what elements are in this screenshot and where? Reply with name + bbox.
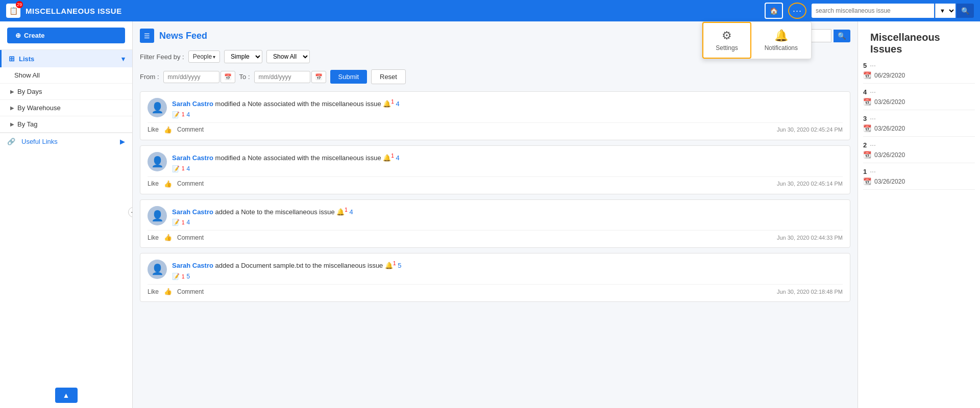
feed-time: Jun 30, 2020 02:45:14 PM [777, 181, 843, 187]
search-button[interactable]: 🔍 [957, 4, 974, 18]
feed-item-header: 👤 Sarah Castro modified a Note associate… [148, 152, 843, 172]
item-number: 1 [863, 168, 867, 175]
right-item: 3 ··· 📆 03/26/2020 [863, 110, 975, 137]
from-calendar-button[interactable]: 📅 [220, 71, 235, 83]
sidebar: ⊕ Create ⊞ Lists ▾ Show All ▶ By Days ▶ … [0, 21, 133, 408]
sidebar-useful-links[interactable]: 🔗 Useful Links ▶ [0, 133, 132, 150]
calendar-icon: 📆 [863, 98, 871, 106]
feed-author[interactable]: Sarah Castro [172, 262, 213, 270]
create-button[interactable]: ⊕ Create [7, 28, 125, 43]
arrow-right-icon: ▶ [10, 121, 14, 127]
feed-link[interactable]: 4 [396, 154, 400, 162]
feed-text: Sarah Castro added a Document sample.txt… [172, 260, 843, 271]
sidebar-collapse-button[interactable]: ◀ [128, 207, 133, 217]
right-item-date: 03/26/2020 [874, 98, 905, 106]
more-options-icon[interactable]: ··· [870, 167, 876, 175]
comment-button[interactable]: Comment [177, 180, 204, 187]
feed-time: Jun 30, 2020 02:45:24 PM [777, 126, 843, 133]
sidebar-lists-header[interactable]: ⊞ Lists ▾ [0, 50, 132, 67]
link-icon: 🔗 [7, 138, 15, 145]
like-button[interactable]: Like [148, 180, 159, 187]
more-options-button[interactable]: ··· [788, 3, 806, 19]
scroll-top-button[interactable]: ▲ [55, 388, 78, 403]
feed-author[interactable]: Sarah Castro [172, 208, 213, 216]
to-date-input[interactable] [254, 71, 310, 83]
right-item: 4 ··· 📆 03/26/2020 [863, 84, 975, 110]
right-item: 5 ··· 📆 06/29/2020 [863, 57, 975, 84]
search-input[interactable] [812, 4, 934, 18]
comment-button[interactable]: Comment [177, 288, 204, 295]
news-feed-search-button[interactable]: 🔍 [834, 30, 850, 42]
home-button[interactable]: 🏠 [765, 3, 783, 19]
feed-meta-link[interactable]: 4 [187, 219, 190, 226]
dots-icon: ··· [793, 6, 802, 16]
comment-button[interactable]: Comment [177, 234, 204, 241]
right-item-header: 4 ··· [863, 88, 975, 96]
date-row: From : 📅 To : 📅 Submit Reset [140, 69, 850, 84]
sidebar-by-warehouse[interactable]: ▶ By Warehouse [0, 100, 132, 116]
people-filter-button[interactable]: People ▾ [188, 50, 220, 63]
feed-meta-link[interactable]: 4 [187, 111, 190, 118]
feed-link[interactable]: 4 [396, 100, 400, 108]
feed-actions: Like 👍 Comment Jun 30, 2020 02:44:33 PM [148, 230, 843, 241]
like-button[interactable]: Like [148, 288, 159, 295]
from-date-input[interactable] [163, 71, 219, 83]
create-label: Create [24, 32, 44, 39]
more-options-icon[interactable]: ··· [870, 141, 876, 149]
right-item-date-row: 📆 03/26/2020 [863, 151, 975, 159]
useful-links-label: Useful Links [21, 138, 58, 145]
chevron-down-icon: ▾ [121, 55, 125, 63]
avatar: 👤 [148, 260, 167, 279]
more-options-icon[interactable]: ··· [870, 88, 876, 96]
feed-item-header: 👤 Sarah Castro added a Note to the misce… [148, 206, 843, 226]
like-button[interactable]: Like [148, 234, 159, 241]
to-calendar-button[interactable]: 📅 [311, 71, 326, 83]
from-date-wrap: 📅 [163, 71, 235, 83]
arrow-right-icon: ▶ [10, 89, 14, 94]
right-item-date-row: 📆 06/29/2020 [863, 71, 975, 79]
more-options-icon[interactable]: ··· [870, 114, 876, 122]
sidebar-show-all[interactable]: Show All [0, 67, 132, 84]
simple-filter-select[interactable]: Simple [224, 50, 262, 63]
feed-actions-left: Like 👍 Comment [148, 288, 204, 295]
feed-meta-link[interactable]: 4 [187, 165, 190, 172]
lists-label: Lists [19, 55, 34, 63]
settings-tab[interactable]: ⚙ Settings [702, 22, 751, 59]
search-dropdown[interactable]: ▼ [935, 4, 955, 18]
feed-author[interactable]: Sarah Castro [172, 100, 213, 108]
news-feed-title: News Feed [159, 31, 207, 41]
sidebar-by-tag[interactable]: ▶ By Tag [0, 116, 132, 133]
news-feed-panel: ☰ News Feed 🔍 Filter Feed by : People ▾ [133, 21, 857, 408]
chevron-down-icon: ▾ [213, 54, 215, 60]
like-button[interactable]: Like [148, 126, 159, 133]
more-options-icon[interactable]: ··· [870, 61, 876, 69]
show-all-filter-select[interactable]: Show All [266, 50, 310, 63]
right-item-date-row: 📆 03/26/2020 [863, 98, 975, 106]
calendar-icon: 📅 [224, 73, 232, 81]
submit-button[interactable]: Submit [330, 70, 367, 84]
content-area: ☰ News Feed 🔍 Filter Feed by : People ▾ [133, 21, 980, 408]
feed-time: Jun 30, 2020 02:18:48 PM [777, 289, 843, 295]
sidebar-by-days[interactable]: ▶ By Days [0, 84, 132, 100]
notifications-tab[interactable]: 🔔 Notifications [751, 22, 811, 59]
feed-actions-left: Like 👍 Comment [148, 234, 204, 241]
feed-link[interactable]: 5 [398, 262, 401, 270]
calendar-icon: 📆 [863, 151, 871, 159]
search-icon: 🔍 [838, 32, 846, 40]
feed-content: Sarah Castro modified a Note associated … [172, 98, 843, 118]
item-number: 2 [863, 141, 867, 149]
feed-author[interactable]: Sarah Castro [172, 154, 213, 162]
comment-button[interactable]: Comment [177, 126, 204, 133]
page-title: Miscellaneous Issues [863, 27, 975, 57]
right-item-header: 1 ··· [863, 167, 975, 175]
feed-item-header: 👤 Sarah Castro added a Document sample.t… [148, 260, 843, 280]
home-icon: 🏠 [770, 7, 778, 15]
item-number: 3 [863, 115, 867, 122]
feed-content: Sarah Castro added a Note to the miscell… [172, 206, 843, 226]
feed-actions: Like 👍 Comment Jun 30, 2020 02:45:14 PM [148, 176, 843, 188]
reset-button[interactable]: Reset [371, 69, 406, 84]
feed-link[interactable]: 4 [350, 208, 353, 216]
feed-meta-link[interactable]: 5 [187, 273, 190, 280]
feed-item: 👤 Sarah Castro added a Document sample.t… [140, 253, 850, 302]
app-title: MISCELLANEOUS ISSUE [26, 7, 122, 15]
